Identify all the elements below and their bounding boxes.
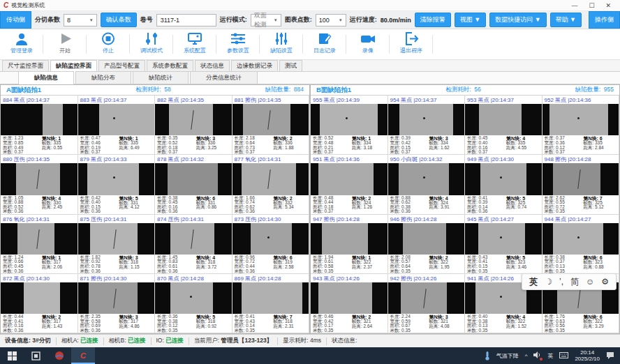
- run-mode-label: 运行模式:: [220, 15, 247, 24]
- defect-cell[interactable]: 949 黑点 |20:14:30 长度: 0.41宽度: 0.39面积: 0.1…: [465, 155, 542, 214]
- data-quick-access-button[interactable]: 数据快捷访问 ▼: [489, 13, 546, 27]
- chart-points-select[interactable]: 100▼: [316, 14, 346, 26]
- defect-cell[interactable]: 880 压伤 |20:14:35 长度: 1.05宽度: 0.88面积: 0.5…: [1, 155, 78, 214]
- maximize-button[interactable]: ☐: [589, 2, 594, 9]
- defect-measurements: 长度: 1.94宽度: 0.61面积: 0.58米数: 0.35: [313, 255, 352, 273]
- ime-toolbar[interactable]: 英 ☽ ’, 简 ☺ ⚙: [522, 273, 617, 290]
- ime-english-mode[interactable]: 英: [529, 276, 538, 288]
- defect-cell[interactable]: 877 氧化 |20:14:31 长度: 1.66宽度: 0.74面积: 0.6…: [232, 155, 310, 214]
- tab-edge-data-record[interactable]: 边缘数据记录: [231, 60, 278, 71]
- defect-settings-button[interactable]: 缺陷设置: [260, 29, 303, 59]
- param-settings-button[interactable]: 参数设置: [216, 29, 260, 59]
- defect-cell[interactable]: 874 压伤 |20:14:31 长度: 1.45宽度: 0.83面积: 0.6…: [155, 215, 232, 274]
- log-record-button[interactable]: 日志记录: [303, 29, 346, 59]
- exit-program-button[interactable]: 退出程序: [390, 29, 433, 59]
- start-menu-button[interactable]: [0, 347, 24, 364]
- close-button[interactable]: ✕: [605, 2, 611, 9]
- defect-cell-header: 880 压伤 |20:14:35: [1, 155, 78, 163]
- tab-system-param-config[interactable]: 系统参数配置: [147, 60, 193, 71]
- defect-cell[interactable]: 944 黑点 |20:14:27 长度: 0.38宽度: 0.37面积: 0.1…: [542, 215, 620, 274]
- defect-cell-info: 长度: 0.47宽度: 0.46面积: 0.19米数: 0.37 第N块: 1帧…: [78, 135, 155, 154]
- ime-simplified-mode[interactable]: 简: [570, 276, 579, 288]
- defect-cell[interactable]: 947 擦伤 |20:14:28 长度: 1.94宽度: 0.61面积: 0.5…: [311, 215, 388, 274]
- panel-side-a: A面缺陷拍1 检测耗时: 58 缺陷数量: 884 884 黑点 |20:14:…: [0, 84, 310, 334]
- defect-cell[interactable]: 951 黑点 |20:14:36 长度: 0.48宽度: 0.44面积: 0.1…: [311, 155, 388, 214]
- stop-button[interactable]: 停止: [87, 29, 130, 59]
- defect-cell[interactable]: 882 黑点 |20:14:35 长度: 0.35宽度: 0.52面积: 0.1…: [155, 96, 232, 155]
- defect-cell[interactable]: 954 黑点 |20:14:37 长度: 0.39宽度: 0.42面积: 0.1…: [388, 96, 466, 155]
- run-mode-select[interactable]: 双面检测▼: [251, 14, 281, 26]
- tab-product-model-config[interactable]: 产品型号配置: [98, 60, 145, 71]
- taskbar-app-remote[interactable]: [47, 347, 71, 364]
- defect-measurements: 长度: 0.96宽度: 0.72面积: 0.44米数: 0.36: [235, 255, 274, 273]
- defect-measurements: 长度: 0.47宽度: 0.46面积: 0.19米数: 0.37: [80, 136, 119, 154]
- notification-center-icon[interactable]: [606, 351, 614, 361]
- defect-cell[interactable]: 952 黑点 |20:14:36 长度: 0.37宽度: 0.36面积: 0.1…: [542, 96, 620, 155]
- subtab-defect-info[interactable]: 缺陷信息: [18, 71, 74, 84]
- thermometer-icon[interactable]: [485, 351, 490, 361]
- defect-position-info: 第N块: 3帧数: 321距离: 4.08: [429, 314, 462, 333]
- windows-logo-icon: [8, 351, 17, 361]
- defect-measurements: 长度: 0.44宽度: 0.41面积: 0.16米数: 0.36: [3, 314, 42, 333]
- subtab-class-info-stats[interactable]: 分类信息统计: [190, 71, 258, 84]
- defect-cell[interactable]: 872 黑点 |20:14:30 长度: 0.44宽度: 0.41面积: 0.1…: [1, 274, 78, 333]
- defect-cell[interactable]: 884 黑点 |20:14:37 长度: 1.23宽度: 0.85面积: 0.4…: [1, 96, 78, 155]
- ime-settings-gear-icon[interactable]: ⚙: [601, 277, 609, 287]
- minimize-button[interactable]: —: [571, 2, 577, 9]
- defect-cell[interactable]: 879 黑点 |20:14:33 长度: 0.42宽度: 0.40面积: 0.1…: [78, 155, 156, 214]
- tab-defect-monitor[interactable]: 缺陷监控界面: [50, 60, 97, 72]
- subtab-defect-stats[interactable]: 缺陷统计: [133, 71, 189, 84]
- defect-cell[interactable]: 881 擦伤 |20:14:35 长度: 2.18宽度: 0.64面积: 0.7…: [232, 96, 310, 155]
- drive-side-button[interactable]: 传动侧: [0, 11, 31, 29]
- defect-cell[interactable]: 869 黑点 |20:14:28 长度: 0.41宽度: 0.43面积: 0.1…: [232, 274, 310, 333]
- defect-cell[interactable]: 873 压伤 |20:14:30 长度: 0.96宽度: 0.72面积: 0.4…: [232, 215, 310, 274]
- defect-cell[interactable]: 955 黑点 |20:14:39 长度: 0.52宽度: 0.48面积: 0.2…: [311, 96, 388, 155]
- defect-cell[interactable]: 871 擦伤 |20:14:30 长度: 2.35宽度: 0.58面积: 0.6…: [78, 274, 156, 333]
- defect-image-band: [43, 104, 62, 135]
- defect-cell[interactable]: 883 黑点 |20:14:37 长度: 0.47宽度: 0.46面积: 0.1…: [78, 96, 156, 155]
- taskbar-app-vision-system[interactable]: C: [71, 347, 95, 364]
- view-menu-button[interactable]: 视图 ▼: [455, 13, 486, 27]
- status-bar: 设备信息: 3#分切 相机A: 已连接 相机B: 已连接 IO: 已连接 当前用…: [0, 334, 620, 347]
- defect-image-band: [318, 163, 374, 195]
- admin-login-button[interactable]: 管理登录: [0, 29, 43, 59]
- defect-cell[interactable]: 953 黑点 |20:14:37 长度: 0.45宽度: 0.40面积: 0.1…: [465, 96, 542, 155]
- confirm-count-button[interactable]: 确认条数: [101, 13, 137, 27]
- tab-size-monitor[interactable]: 尺寸监控界面: [2, 60, 49, 71]
- moon-icon[interactable]: ☽: [545, 277, 552, 287]
- debug-mode-button[interactable]: 调试模式: [130, 29, 173, 59]
- emoji-icon[interactable]: ☺: [586, 277, 594, 287]
- operate-side-button[interactable]: 操作侧: [589, 11, 620, 29]
- tab-test[interactable]: 测试: [279, 60, 302, 71]
- clear-alarm-button[interactable]: 清除报警: [415, 13, 451, 27]
- defect-image-band: [90, 223, 138, 255]
- subtab-defect-distribution[interactable]: 缺陷分布: [75, 71, 131, 84]
- defect-cell[interactable]: 948 擦伤 |20:14:28 长度: 2.62宽度: 0.55面积: 0.7…: [542, 155, 620, 214]
- help-menu-button[interactable]: 帮助 ▼: [550, 13, 582, 27]
- tab-status-info[interactable]: 状态信息: [195, 60, 230, 71]
- defect-measurements: 长度: 0.41宽度: 0.43面积: 0.14米数: 0.35: [235, 314, 274, 333]
- ime-language-indicator[interactable]: 英: [547, 352, 553, 360]
- volume-icon[interactable]: [533, 351, 541, 360]
- defect-cell[interactable]: 942 擦伤 |20:14:26 长度: 2.24宽度: 0.59面积: 0.6…: [388, 274, 466, 333]
- defect-cell[interactable]: 945 黑点 |20:14:27 长度: 0.43宽度: 0.41面积: 0.1…: [465, 215, 542, 274]
- defect-cell[interactable]: 875 压伤 |20:14:31 长度: 1.82宽度: 0.92面积: 0.7…: [78, 215, 156, 274]
- defect-cell[interactable]: 950 小白斑 |20:14:32 长度: 0.88宽度: 0.62面积: 0.…: [388, 155, 466, 214]
- roll-number-input[interactable]: 3117-1: [156, 14, 216, 26]
- hidden-icons-chevron[interactable]: ^: [525, 353, 528, 359]
- punctuation-mode-icon[interactable]: ’,: [559, 277, 563, 287]
- defect-cell[interactable]: 946 擦伤 |20:14:28 长度: 2.08宽度: 0.57面积: 0.6…: [388, 215, 466, 274]
- defect-image: [542, 223, 619, 255]
- defect-cell[interactable]: 943 黑点 |20:14:26 长度: 0.46宽度: 0.42面积: 0.1…: [311, 274, 388, 333]
- slit-count-select[interactable]: 8▼: [64, 14, 97, 26]
- start-button[interactable]: 开始: [43, 29, 87, 59]
- system-config-button[interactable]: 系统配置: [173, 29, 216, 59]
- record-video-button[interactable]: 录像: [346, 29, 390, 59]
- touch-keyboard-icon[interactable]: [559, 352, 568, 360]
- taskbar-clock[interactable]: 20:14 2025/2/10: [575, 349, 600, 362]
- defect-cell[interactable]: 876 氧化 |20:14:31 长度: 1.24宽度: 0.66面积: 0.4…: [1, 215, 78, 274]
- defect-cell[interactable]: 878 黑点 |20:14:32 长度: 0.38宽度: 0.45面积: 0.1…: [155, 155, 232, 214]
- task-view-button[interactable]: [24, 347, 47, 364]
- defect-cell[interactable]: 870 黑点 |20:14:28 长度: 0.36宽度: 0.38面积: 0.1…: [155, 274, 232, 333]
- weather-text[interactable]: 气温下降: [496, 352, 519, 360]
